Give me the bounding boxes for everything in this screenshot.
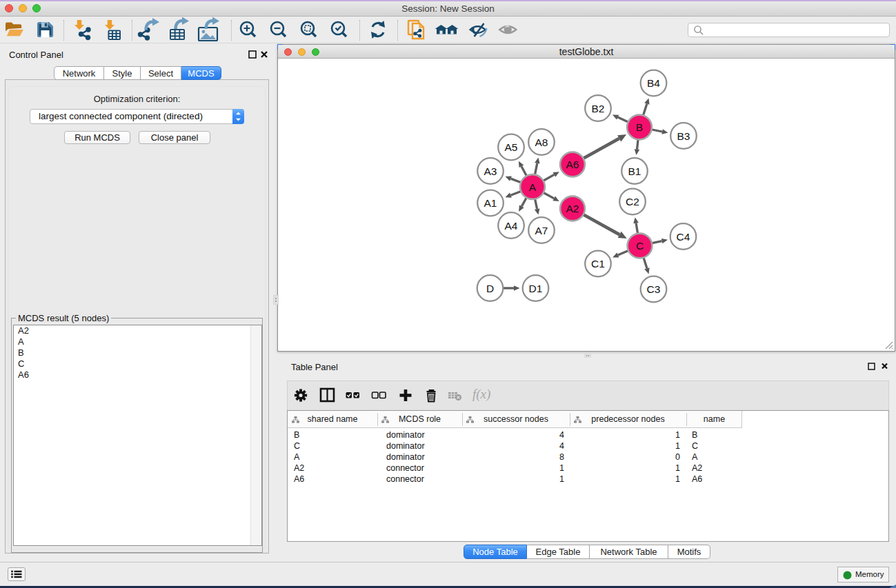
svg-text:B3: B3 <box>677 130 690 142</box>
svg-text:A4: A4 <box>505 220 518 232</box>
svg-text:D1: D1 <box>529 283 543 294</box>
svg-text:B1: B1 <box>628 165 641 177</box>
svg-text:B: B <box>636 121 643 133</box>
svg-text:A2: A2 <box>566 203 579 214</box>
svg-text:A1: A1 <box>484 197 497 209</box>
svg-text:A: A <box>529 181 537 193</box>
svg-text:A6: A6 <box>566 159 579 170</box>
svg-text:C4: C4 <box>677 231 690 243</box>
svg-text:A5: A5 <box>505 141 518 153</box>
svg-text:A3: A3 <box>484 165 497 177</box>
svg-text:D: D <box>486 283 494 294</box>
svg-text:B4: B4 <box>647 77 660 89</box>
svg-text:A7: A7 <box>535 225 548 236</box>
svg-text:C: C <box>636 240 644 252</box>
svg-text:C3: C3 <box>647 283 661 295</box>
svg-text:C2: C2 <box>626 196 639 207</box>
svg-text:A8: A8 <box>535 136 548 148</box>
svg-text:C1: C1 <box>591 258 605 270</box>
svg-text:B2: B2 <box>592 103 605 114</box>
